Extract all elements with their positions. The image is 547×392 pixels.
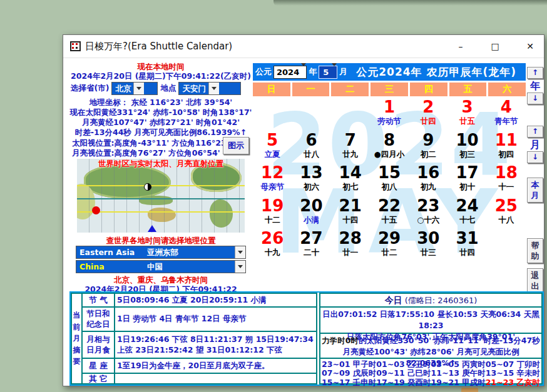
calendar-day-cell[interactable]: 9 初二 [409, 131, 447, 164]
calendar-day-cell[interactable] [253, 98, 292, 131]
chevron-down-icon[interactable] [133, 83, 144, 94]
world-timezone-map: 世界时区与实时太阳、月亮直射位置 [77, 159, 245, 233]
calendar-day-cell[interactable]: 22 十五 [370, 196, 409, 229]
chevron-down-icon[interactable] [235, 261, 245, 273]
calendar-day-cell[interactable]: 5 立夏 [253, 131, 292, 164]
day-lunar-label: 十八 [487, 215, 526, 225]
equator-line [77, 198, 245, 199]
calendar-day-cell[interactable]: 8 ●四月小 [370, 131, 409, 164]
summary-row-header: 星 座 [83, 359, 115, 374]
calendar-day-cell[interactable]: 18 十一 [487, 163, 526, 196]
month-down-button[interactable]: ↓ [527, 151, 543, 163]
calendar-panel: 公元 2024 年 5 月 公元2024年 农历甲辰年(龙年) 日一二三四五六 … [253, 63, 526, 289]
sun-position-marker [92, 206, 100, 214]
day-number: 16 [409, 163, 447, 182]
this-month-button[interactable]: 本 月 [527, 178, 543, 203]
year-down-button[interactable]: ↓ [527, 93, 543, 104]
location-select[interactable]: 天安门 [178, 82, 241, 95]
calendar-day-cell[interactable]: 28 廿一 [331, 229, 370, 262]
day-lunar-label: 廿一 [331, 248, 370, 258]
calendar-day-cell[interactable]: 29 廿二 [370, 229, 409, 262]
calendar-day-cell[interactable]: 10 初三 [447, 131, 486, 164]
calendar-day-cell[interactable]: 16 初九 [409, 163, 447, 196]
day-number: 25 [487, 196, 526, 215]
calendar-day-cell[interactable]: 3 廿五 [447, 98, 486, 131]
summary-row-content: 1至19日为金牛座，20日至月底为双子座。 [115, 359, 316, 374]
calendar-day-cell[interactable]: 11 初四 [487, 131, 526, 164]
chevron-down-icon[interactable] [208, 83, 219, 94]
today-sun-section: 日出07:01:52 日落17:55:10 昼长10:53 天亮06:34 天黑… [320, 308, 541, 334]
calendar-day-cell[interactable]: 21 十四 [331, 196, 370, 229]
weekday-cell: 六 [488, 83, 526, 96]
calendar-day-cell[interactable]: 27 二十 [292, 229, 330, 262]
calendar-day-cell[interactable]: 26 十九 [253, 229, 292, 262]
summary-row-header: 月相与 日月食 [83, 332, 115, 359]
summary-row-content [115, 374, 316, 384]
location-selectors: 选择省(市) 北京 地点 天安门 [71, 82, 241, 95]
calendar-day-cell[interactable]: 24 十七 [447, 196, 486, 229]
chevron-down-icon[interactable] [235, 246, 245, 258]
year-select[interactable]: 2024 [274, 66, 307, 79]
calendar-day-cell[interactable]: 4 青年节 [487, 98, 526, 131]
calendar-day-cell[interactable]: 19 十二 [253, 196, 292, 229]
calendar-day-cell[interactable]: 12 母亲节 [253, 163, 292, 196]
desktop-background: 日梭万年?(Era Shuttle Calendar) – □ ✕ 现在本地时间… [0, 0, 547, 392]
minimize-button[interactable]: – [452, 39, 469, 54]
maximize-button[interactable]: □ [487, 39, 503, 54]
day-number: 22 [370, 196, 409, 215]
day-lunar-label: 初八 [370, 182, 409, 192]
country-select[interactable]: China中国 [76, 260, 246, 273]
day-lunar-label: 廿四 [447, 248, 486, 258]
month-up-button[interactable]: ↑ [527, 126, 543, 138]
day-number: 10 [447, 131, 486, 149]
current-month-summary-table: 当 前 月 摘 要 节 气 5日08:09:46 立夏 20日20:59:11 … [71, 293, 317, 384]
calendar-day-cell[interactable] [292, 98, 330, 131]
province-select[interactable]: 北京 [111, 82, 158, 95]
map-title: 世界时区与实时太阳、月亮直射位置 [77, 159, 245, 169]
calendar-day-cell[interactable]: 23 ○十六 [409, 196, 447, 229]
shichen-hour-table: 23~01 甲子时01~03 乙丑时03~05 丙寅时05~07 丁卯时07~0… [320, 359, 541, 388]
region-select[interactable]: Eastern Asia亚洲东部 [76, 246, 246, 259]
calendar-day-cell[interactable]: 1 劳动节 [370, 98, 409, 131]
day-number: 18 [487, 163, 526, 182]
now-datetime: 2024年2月20日 (星期二)下午09:41:22(乙亥时) [67, 71, 255, 82]
month-summary-area: 当 前 月 摘 要 节 气 5日08:09:46 立夏 20日20:59:11 … [69, 291, 544, 386]
calendar-day-cell[interactable]: 13 初六 [292, 163, 330, 196]
local-time-panel: 现在本地时间 2024年2月20日 (星期二)下午09:41:22(乙亥时) 选… [67, 59, 255, 293]
day-lunar-label: ●四月小 [370, 149, 409, 159]
year-up-button[interactable]: ↑ [527, 67, 543, 79]
day-number: 23 [409, 196, 447, 215]
calendar-day-cell[interactable]: 15 初八 [370, 163, 409, 196]
day-lunar-label: 初二 [409, 149, 447, 159]
calendar-day-cell[interactable]: 2 廿四 [409, 98, 447, 131]
location-label: 地点 [160, 83, 176, 94]
calendar-day-cell[interactable]: 14 初七 [331, 163, 370, 196]
calendar-day-cell[interactable]: 20 小满 [292, 196, 330, 229]
day-lunar-label: 二十 [292, 248, 330, 258]
day-number: 14 [331, 163, 370, 182]
calendar-day-cell[interactable]: 6 廿八 [292, 131, 330, 164]
world-select-label: 查世界各地时间请选择地理位置 [67, 236, 255, 246]
month-select[interactable]: 5 [319, 66, 337, 79]
diagram-button[interactable]: 图示 [223, 137, 249, 154]
day-lunar-label: 廿二 [370, 248, 409, 258]
calendar-day-cell[interactable]: 17 初十 [447, 163, 486, 196]
calendar-day-cell[interactable]: 30 廿三 [409, 229, 447, 262]
calendar-day-cell[interactable]: 25 十八 [487, 196, 526, 229]
weekday-cell: 四 [410, 83, 447, 96]
year-step-label: 年 [527, 80, 543, 93]
calendar-day-cell[interactable]: 7 廿九 [331, 131, 370, 164]
navigation-column: ↑ 年 ↓ ↑ 月 ↓ 本 月 帮 助 退 出 [527, 63, 544, 292]
chevron-down-icon[interactable] [332, 66, 337, 78]
close-button[interactable]: ✕ [522, 39, 538, 54]
calendar-day-cell[interactable]: 31 廿四 [447, 229, 486, 262]
exit-button[interactable]: 退 出 [527, 268, 543, 293]
chevron-down-icon[interactable] [301, 66, 306, 78]
help-button[interactable]: 帮 助 [527, 238, 543, 263]
calendar-day-cell[interactable] [331, 98, 370, 131]
day-lunar-label: 廿五 [447, 116, 486, 126]
day-lunar-label: 廿四 [409, 116, 447, 126]
day-number: 21 [331, 196, 370, 215]
titlebar[interactable]: 日梭万年?(Era Shuttle Calendar) – □ ✕ [63, 35, 544, 58]
weekday-cell: 三 [371, 83, 408, 96]
